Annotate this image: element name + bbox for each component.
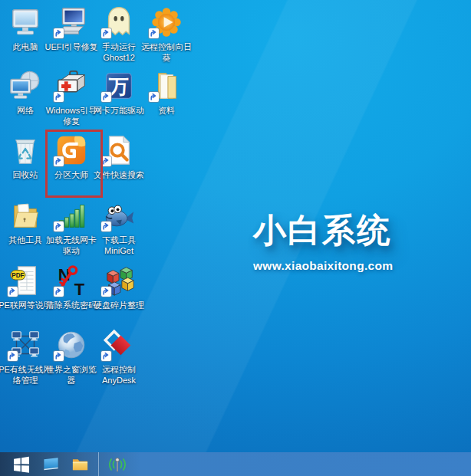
taskbar <box>0 452 471 476</box>
shortcut-arrow-icon <box>54 156 64 166</box>
desktop-icon-pdf-doc[interactable]: PDFPE联网等说明 <box>2 263 49 310</box>
ghost-icon <box>101 5 137 40</box>
repair-toolbox-icon <box>54 68 89 103</box>
shortcut-arrow-icon <box>54 28 64 38</box>
shortcut-arrow-icon <box>54 92 64 102</box>
svg-text:PDF: PDF <box>12 272 24 279</box>
anydesk-icon <box>101 327 137 363</box>
sunflower-remote-icon <box>149 5 184 40</box>
brand-title: 小白系统 <box>253 208 393 253</box>
shortcut-arrow-icon <box>101 28 111 38</box>
desktop-icon-label: 文件快速搜索 <box>91 169 147 180</box>
windows-logo-icon <box>12 455 31 474</box>
desktop-icon-defrag-cubes[interactable]: 硬盘碎片整理 <box>95 263 143 310</box>
shortcut-arrow-icon <box>8 287 18 297</box>
desktop-icon-sunflower-remote[interactable]: 远程控制向日葵 <box>143 5 190 64</box>
this-pc-icon <box>8 5 43 40</box>
folder-open-icon <box>8 198 43 233</box>
desktop-icon-globe-browser[interactable]: 世界之窗浏览器 <box>48 327 95 386</box>
desktop-icon-anydesk[interactable]: 远程控制AnyDesk <box>95 327 143 386</box>
show-desktop-button[interactable] <box>36 452 65 476</box>
brand-watermark: 小白系统 www.xiaobaixitong.com <box>253 208 393 273</box>
file-search-icon <box>101 133 137 168</box>
globe-browser-icon <box>54 327 89 363</box>
brand-url: www.xiaobaixitong.com <box>253 259 393 273</box>
desktop-icon-fish-downloader[interactable]: 下载工具MiniGet <box>95 198 143 257</box>
desktop-icon-ghost[interactable]: 手动运行Ghost12 <box>95 5 143 64</box>
nic-driver-icon: 万 <box>101 68 137 103</box>
fish-downloader-icon <box>101 198 137 233</box>
desktop-icon-nt-password-key[interactable]: N T 清除系统密码 <box>48 263 95 310</box>
desktop-icon-label: 远程控制向日葵 <box>138 41 195 64</box>
nt-password-key-icon: N T <box>54 263 89 298</box>
wifi-signal-icon <box>54 198 89 233</box>
desktop-icon-label: 远程控制AnyDesk <box>91 364 147 386</box>
defrag-cubes-icon <box>101 263 137 298</box>
desktop-icon-nic-driver[interactable]: 万网卡万能驱动 <box>95 68 143 116</box>
shortcut-arrow-icon <box>149 92 159 102</box>
desktop-icon-file-search[interactable]: 文件快速搜索 <box>95 133 143 180</box>
start-button[interactable] <box>7 452 36 476</box>
partition-master-icon <box>54 133 89 168</box>
shortcut-arrow-icon <box>101 222 111 231</box>
network-icon <box>8 68 43 103</box>
file-explorer-button[interactable] <box>65 452 94 476</box>
desktop-icon-label: 下载工具MiniGet <box>91 235 147 257</box>
desktop-icon-network-manager[interactable]: PE有线无线网络管理 <box>2 327 49 386</box>
desktop-icon-this-pc[interactable]: 此电脑 <box>2 5 49 52</box>
svg-text:万: 万 <box>108 76 129 97</box>
wireless-antenna-icon <box>107 455 127 474</box>
shortcut-arrow-icon <box>101 351 111 361</box>
network-manager-icon <box>8 327 43 363</box>
desktop-icon-label: 硬盘碎片整理 <box>91 300 147 310</box>
wireless-network-button[interactable] <box>103 452 132 476</box>
shortcut-arrow-icon <box>54 351 64 361</box>
desktop-icon-folder-open[interactable]: 其他工具 <box>2 198 49 245</box>
folder-upright-icon <box>149 68 184 103</box>
shortcut-arrow-icon <box>8 351 18 361</box>
uefi-repair-icon <box>54 5 89 40</box>
shortcut-arrow-icon <box>54 222 64 231</box>
desktop-icon-label: 资料 <box>138 105 195 116</box>
desktop-icon-uefi-repair[interactable]: UEFI引导修复 <box>48 5 95 52</box>
desktop-icon-repair-toolbox[interactable]: Widnows引导修复 <box>48 68 95 127</box>
folder-icon <box>71 455 89 473</box>
taskbar-separator <box>98 452 99 476</box>
desktop-icon-partition-master[interactable]: 分区大师 <box>48 133 95 180</box>
shortcut-arrow-icon <box>101 92 111 102</box>
desktop-icon-wifi-signal[interactable]: 加载无线网卡驱动 <box>48 198 95 257</box>
desktop-monitor-icon <box>42 455 60 473</box>
pdf-doc-icon: PDF <box>8 263 43 298</box>
desktop-icon-recycle-bin[interactable]: 回收站 <box>2 133 49 180</box>
svg-text:T: T <box>74 280 85 298</box>
desktop-icon-network[interactable]: 网络 <box>2 68 49 116</box>
shortcut-arrow-icon <box>54 287 64 297</box>
shortcut-arrow-icon <box>101 156 111 166</box>
shortcut-arrow-icon <box>149 28 159 38</box>
desktop-icon-folder-upright[interactable]: 资料 <box>143 68 190 116</box>
desktop-background[interactable]: 此电脑 UEFI引导修复 手动运行Ghost12 远程控制向日葵 网络 Widn… <box>0 0 471 452</box>
recycle-bin-icon <box>8 133 43 168</box>
shortcut-arrow-icon <box>101 287 111 297</box>
